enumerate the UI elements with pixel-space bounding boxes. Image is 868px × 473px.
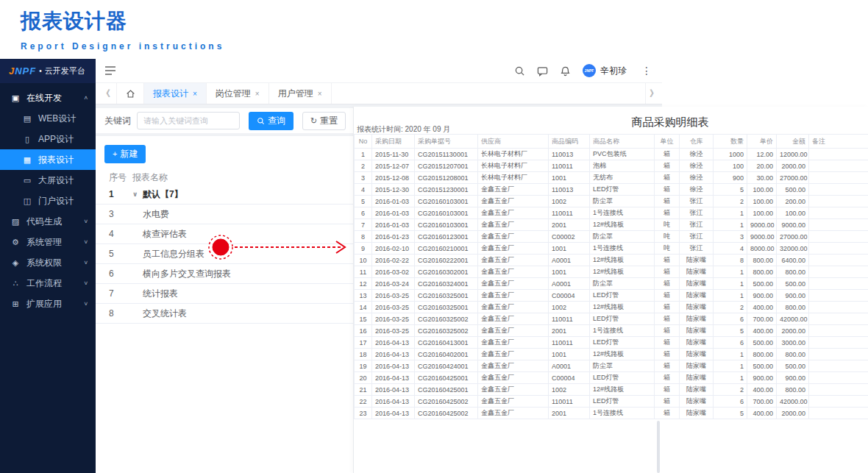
- report-cell: 箱: [655, 290, 680, 302]
- report-cell: 陆家嘴: [680, 349, 714, 360]
- sidebar-item-在线开发[interactable]: ▣在线开发∧: [0, 88, 96, 108]
- report-row: 212016-04-13CG20160425001金鑫五金厂100212#线路板…: [355, 384, 868, 396]
- list-item[interactable]: 7统计报表: [96, 284, 353, 304]
- report-cell: 长林电子材料厂: [478, 172, 549, 184]
- report-cell: 9: [355, 243, 372, 255]
- page-title: 报表设计器: [21, 7, 224, 35]
- report-design-icon: ▦: [22, 155, 32, 165]
- tabs-container: 报表设计×岗位管理×用户管理×: [144, 83, 332, 104]
- sidebar-item-大屏设计[interactable]: ▭大屏设计: [0, 170, 96, 191]
- tab-label: 报表设计: [153, 88, 188, 100]
- tab-岗位管理[interactable]: 岗位管理×: [207, 83, 269, 104]
- report-cell: 1002: [549, 302, 590, 313]
- tab-bar: 《 报表设计×岗位管理×用户管理× 》: [96, 83, 662, 104]
- list-item[interactable]: 1∨默认【7】: [96, 185, 353, 205]
- list-item[interactable]: 3水电费: [96, 205, 353, 224]
- report-cell: C00002: [549, 231, 590, 243]
- report-list: 1∨默认【7】3水电费4核查评估表5员工信息分组表6横向多片交叉查询报表7统计报…: [96, 185, 353, 324]
- report-cell: 400.00: [747, 325, 777, 337]
- reset-button[interactable]: ↻ 重置: [302, 112, 346, 130]
- list-item[interactable]: 5员工信息分组表: [96, 244, 353, 264]
- report-cell: CG20160222001: [415, 255, 478, 266]
- sidebar-item-代码生成[interactable]: ▨代码生成∨: [0, 211, 96, 232]
- report-cell: PVC包装纸: [590, 149, 655, 160]
- search-button[interactable]: 查询: [249, 112, 294, 130]
- report-cell: 700.00: [747, 313, 777, 325]
- report-cell: 100: [714, 160, 747, 172]
- report-cell: 6: [714, 396, 747, 408]
- report-row: 142016-03-25CG20160325001金鑫五金厂100212#线路板…: [355, 302, 868, 313]
- sidebar-item-label: 大屏设计: [38, 174, 88, 187]
- report-cell: 2015-12-08: [372, 172, 415, 184]
- report-cell: 防尘罩: [590, 360, 655, 372]
- tabs-collapse-icon[interactable]: 《: [96, 83, 116, 104]
- report-cell: 9000.00: [777, 219, 809, 231]
- new-button[interactable]: + 新建: [104, 145, 146, 163]
- sidebar-item-系统权限[interactable]: ◈系统权限∨: [0, 252, 96, 273]
- sidebar-item-工作流程[interactable]: ∴工作流程∨: [0, 273, 96, 294]
- report-cell: C00004: [549, 372, 590, 384]
- sidebar-item-label: 报表设计: [38, 154, 88, 166]
- user-menu[interactable]: JNPF 辛初珍: [583, 64, 627, 77]
- vertical-scrollbar[interactable]: [657, 421, 660, 473]
- plus-icon: +: [113, 150, 117, 158]
- menu-fold-icon[interactable]: [104, 65, 116, 77]
- close-icon[interactable]: ×: [255, 90, 260, 98]
- list-item[interactable]: 8交叉统计表: [96, 304, 353, 324]
- sidebar-item-门户设计[interactable]: ◫门户设计: [0, 191, 96, 211]
- report-cell: 箱: [655, 184, 680, 196]
- codegen-icon: ▨: [10, 217, 21, 227]
- app-logo[interactable]: JNPF • 云开发平台: [0, 59, 96, 83]
- report-row: 92016-02-10CG20160210001金鑫五金厂10011号连接线吨张…: [355, 243, 868, 255]
- report-cell: 19: [355, 360, 372, 372]
- home-icon: [126, 89, 135, 99]
- tabs-expand-icon[interactable]: 》: [645, 83, 662, 104]
- report-cell: [809, 384, 868, 396]
- report-cell: [809, 184, 868, 196]
- report-cell: 900.00: [777, 290, 809, 302]
- report-cell: 1002: [549, 384, 590, 396]
- report-cell: 12#线路板: [590, 219, 655, 231]
- report-cell: 箱: [655, 266, 680, 278]
- report-cell: 1001: [549, 349, 590, 360]
- keyword-input[interactable]: [137, 112, 240, 129]
- sidebar-item-扩展应用[interactable]: ⊞扩展应用∨: [0, 294, 96, 314]
- report-cell: 陆家嘴: [680, 408, 714, 419]
- report-cell: 2000.00: [777, 408, 809, 419]
- report-cell: 5: [714, 184, 747, 196]
- report-cell: 金鑫五金厂: [478, 184, 549, 196]
- report-cell: 金鑫五金厂: [478, 349, 549, 360]
- list-item[interactable]: 4核查评估表: [96, 224, 353, 244]
- search-icon[interactable]: [514, 65, 525, 77]
- sidebar: JNPF • 云开发平台 ▣在线开发∧▤WEB设计▯APP设计▦报表设计▭大屏设…: [0, 59, 96, 473]
- report-cell: 金鑫五金厂: [478, 384, 549, 396]
- report-cell: 3000.00: [777, 337, 809, 349]
- sidebar-item-APP设计[interactable]: ▯APP设计: [0, 129, 96, 149]
- report-cell: 2016-03-24: [372, 278, 415, 290]
- reset-button-label: 重置: [320, 115, 338, 127]
- tab-报表设计[interactable]: 报表设计×: [144, 83, 207, 104]
- report-cell: 700.00: [747, 396, 777, 408]
- report-cell: 金鑫五金厂: [478, 219, 549, 231]
- sidebar-item-label: 扩展应用: [26, 298, 83, 310]
- list-item[interactable]: 6横向多片交叉查询报表: [96, 264, 353, 284]
- sidebar-item-报表设计[interactable]: ▦报表设计: [0, 149, 96, 170]
- tab-用户管理[interactable]: 用户管理×: [269, 83, 332, 104]
- report-cell: 陆家嘴: [680, 360, 714, 372]
- tab-home[interactable]: [116, 83, 144, 104]
- close-icon[interactable]: ×: [193, 90, 197, 98]
- report-cell: 110011: [549, 313, 590, 325]
- sidebar-item-系统管理[interactable]: ⚙系统管理∨: [0, 232, 96, 252]
- close-icon[interactable]: ×: [318, 90, 322, 98]
- bell-icon[interactable]: [560, 65, 571, 77]
- report-cell: 800.00: [747, 255, 777, 266]
- report-cell: CG20151130001: [415, 149, 478, 160]
- report-cell: 2001: [549, 219, 590, 231]
- report-row: 22015-12-07CG20151207001长林电子材料厂110011泡棉箱…: [355, 160, 868, 172]
- more-options-icon[interactable]: ⋮: [638, 65, 655, 77]
- tree-caret-icon[interactable]: ∨: [132, 191, 141, 198]
- search-icon: [257, 117, 265, 125]
- sidebar-item-WEB设计[interactable]: ▤WEB设计: [0, 108, 96, 129]
- message-icon[interactable]: [537, 65, 548, 77]
- list-item-no: 1: [96, 189, 132, 199]
